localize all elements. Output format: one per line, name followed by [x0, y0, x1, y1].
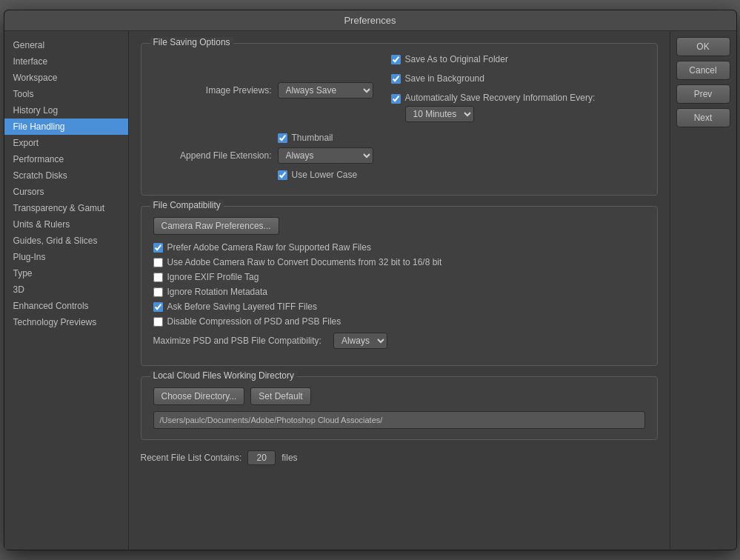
auto-save-row: Automatically Save Recovery Information …: [391, 93, 645, 122]
ignore-rotation-label: Ignore Rotation Metadata: [167, 287, 267, 297]
sidebar: GeneralInterfaceWorkspaceToolsHistory Lo…: [4, 31, 129, 550]
append-ext-row: Append File Extension: Always Never Ask …: [153, 147, 645, 164]
save-as-original-checkbox[interactable]: [391, 55, 401, 64]
sidebar-item-general[interactable]: General: [4, 37, 128, 53]
maximize-row: Maximize PSD and PSB File Compatibility:…: [153, 333, 645, 349]
use-adobe-convert-label: Use Adobe Camera Raw to Convert Document…: [167, 257, 442, 267]
auto-save-checkbox[interactable]: [391, 94, 401, 104]
sidebar-item-workspace[interactable]: Workspace: [4, 70, 128, 86]
ignore-rotation-row: Ignore Rotation Metadata: [153, 287, 645, 297]
save-in-background-label: Save in Background: [405, 73, 484, 84]
ask-before-saving-checkbox[interactable]: [153, 302, 163, 312]
sidebar-item-file-handling[interactable]: File Handling: [4, 119, 128, 135]
action-buttons: OK Cancel Prev Next: [670, 31, 736, 550]
file-saving-section: File Saving Options Image Previews: Alwa…: [141, 43, 658, 196]
sidebar-item-performance[interactable]: Performance: [4, 151, 128, 167]
file-compatibility-section: File Compatibility Camera Raw Preference…: [141, 206, 658, 366]
sidebar-item-export[interactable]: Export: [4, 135, 128, 151]
thumbnail-row: Thumbnail: [278, 133, 645, 143]
maximize-label: Maximize PSD and PSB File Compatibility:: [153, 336, 321, 346]
set-default-button[interactable]: Set Default: [250, 387, 310, 405]
save-in-background-row: Save in Background: [391, 73, 645, 84]
disable-compression-row: Disable Compression of PSD and PSB Files: [153, 316, 645, 327]
use-adobe-convert-row: Use Adobe Camera Raw to Convert Document…: [153, 257, 645, 267]
recent-files-label: Recent File List Contains:: [141, 453, 242, 463]
next-button[interactable]: Next: [676, 108, 730, 127]
prefer-adobe-label: Prefer Adobe Camera Raw for Supported Ra…: [167, 242, 371, 253]
thumbnail-label: Thumbnail: [292, 133, 333, 143]
prev-button[interactable]: Prev: [676, 84, 730, 104]
ask-before-saving-row: Ask Before Saving Layered TIFF Files: [153, 301, 645, 312]
thumbnail-checkbox[interactable]: [278, 133, 287, 143]
disable-compression-label: Disable Compression of PSD and PSB Files: [167, 316, 341, 327]
lower-case-checkbox[interactable]: [278, 170, 287, 180]
prefer-adobe-checkbox[interactable]: [153, 243, 163, 253]
disable-compression-checkbox[interactable]: [153, 317, 163, 327]
prefer-adobe-row: Prefer Adobe Camera Raw for Supported Ra…: [153, 242, 645, 253]
ignore-exif-row: Ignore EXIF Profile Tag: [153, 272, 645, 282]
title-bar: Preferences: [4, 10, 736, 31]
sidebar-item-enhanced-controls[interactable]: Enhanced Controls: [4, 298, 128, 314]
save-as-original-label: Save As to Original Folder: [405, 54, 508, 64]
sidebar-item-interface[interactable]: Interface: [4, 53, 128, 70]
choose-directory-button[interactable]: Choose Directory...: [153, 387, 245, 405]
image-previews-label: Image Previews:: [153, 85, 272, 96]
lower-case-label: Use Lower Case: [292, 170, 358, 180]
recent-files-input[interactable]: 20: [247, 450, 276, 465]
cancel-button[interactable]: Cancel: [676, 61, 730, 80]
camera-raw-button[interactable]: Camera Raw Preferences...: [153, 217, 279, 235]
sidebar-item-units---rulers[interactable]: Units & Rulers: [4, 216, 128, 233]
local-cloud-section: Local Cloud Files Working Directory Choo…: [141, 376, 658, 440]
recent-files-suffix: files: [281, 453, 297, 463]
ok-button[interactable]: OK: [676, 37, 730, 56]
auto-save-label: Automatically Save Recovery Information …: [405, 93, 596, 103]
local-cloud-title: Local Cloud Files Working Directory: [150, 370, 298, 381]
sidebar-item-plug-ins[interactable]: Plug-Ins: [4, 249, 128, 265]
use-adobe-convert-checkbox[interactable]: [153, 258, 163, 267]
save-in-background-checkbox[interactable]: [391, 74, 401, 84]
sidebar-item-history-log[interactable]: History Log: [4, 102, 128, 119]
ask-before-saving-label: Ask Before Saving Layered TIFF Files: [167, 301, 318, 312]
sidebar-item-scratch-disks[interactable]: Scratch Disks: [4, 167, 128, 184]
maximize-select[interactable]: Always Never Ask: [333, 333, 387, 349]
preferences-dialog: Preferences GeneralInterfaceWorkspaceToo…: [4, 10, 737, 550]
sidebar-item-cursors[interactable]: Cursors: [4, 184, 128, 200]
main-content: File Saving Options Image Previews: Alwa…: [129, 31, 670, 550]
sidebar-item-technology-previews[interactable]: Technology Previews: [4, 314, 128, 330]
ignore-exif-label: Ignore EXIF Profile Tag: [167, 272, 259, 282]
cloud-path: /Users/paulc/Documents/Adobe/Photoshop C…: [153, 411, 645, 429]
sidebar-item-type[interactable]: Type: [4, 265, 128, 281]
append-select[interactable]: Always Never Ask When Saving: [278, 147, 373, 164]
save-as-original-row: Save As to Original Folder: [391, 54, 645, 64]
sidebar-item-tools[interactable]: Tools: [4, 86, 128, 102]
image-previews-select[interactable]: Always Save Never Save Ask When Saving: [278, 82, 373, 99]
dialog-title: Preferences: [344, 15, 396, 26]
ignore-rotation-checkbox[interactable]: [153, 287, 163, 297]
sidebar-item-guides--grid---slices[interactable]: Guides, Grid & Slices: [4, 233, 128, 249]
lower-case-row: Use Lower Case: [278, 170, 645, 180]
minutes-select[interactable]: 1 Minute 5 Minutes 10 Minutes 15 Minutes…: [405, 106, 474, 122]
sidebar-item-3d[interactable]: 3D: [4, 281, 128, 298]
sidebar-item-transparency---gamut[interactable]: Transparency & Gamut: [4, 200, 128, 216]
recent-files-row: Recent File List Contains: 20 files: [141, 450, 658, 465]
ignore-exif-checkbox[interactable]: [153, 273, 163, 282]
image-previews-row: Image Previews: Always Save Never Save A…: [153, 54, 645, 127]
append-label: Append File Extension:: [153, 150, 272, 161]
file-saving-title: File Saving Options: [150, 37, 233, 47]
file-compatibility-title: File Compatibility: [150, 200, 224, 210]
